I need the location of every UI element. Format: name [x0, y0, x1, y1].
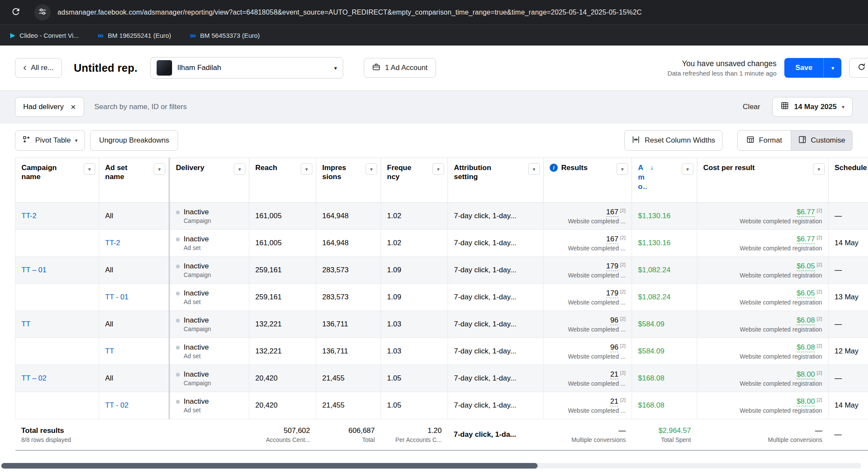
adset-name-link[interactable]: All [105, 266, 113, 274]
bookmark-bm-196255241[interactable]: ∞ BM 196255241 (Euro) [98, 31, 171, 40]
table-row: TT - 01 Inactive Ad set 259,161 283,573 … [15, 284, 868, 311]
cell-amount-spent: $1,130.16 [632, 203, 697, 230]
chevron-down-icon[interactable]: ▾ [813, 163, 825, 175]
results-value[interactable]: 96 [610, 316, 618, 325]
info-icon[interactable]: i [550, 164, 558, 172]
rows-displayed-text: 8/8 rows displayed [21, 436, 93, 443]
cost-per-result-value[interactable]: $6.05 [797, 289, 815, 298]
column-header-ad-set-name[interactable]: Ad set name▾ [99, 158, 169, 203]
column-header-attribution-setting[interactable]: Attribution setting▾ [448, 158, 544, 203]
cost-per-result-value[interactable]: $6.08 [797, 316, 815, 325]
chevron-down-icon[interactable]: ▾ [234, 163, 245, 175]
results-value[interactable]: 179 [606, 289, 618, 298]
ad-account-button[interactable]: 1 Ad Account [364, 58, 436, 78]
amount-spent-value: $1,130.16 [638, 212, 671, 220]
chevron-down-icon[interactable]: ▾ [154, 163, 165, 175]
reset-column-widths-button[interactable]: Reset Column Widths [624, 130, 722, 151]
cell-schedule: 13 May [829, 284, 868, 311]
adset-name-link[interactable]: TT - 01 [105, 293, 128, 301]
format-button[interactable]: Format [737, 130, 791, 151]
cell-impressions: 283,573 [316, 257, 381, 284]
column-header-reach[interactable]: Reach▾ [249, 158, 316, 203]
cell-impressions: 164,948 [316, 230, 381, 257]
amount-spent-value: $168.08 [638, 401, 664, 409]
column-header-delivery[interactable]: Delivery▾ [169, 158, 249, 203]
cell-campaign-name [15, 338, 99, 365]
chevron-down-icon[interactable]: ▾ [617, 163, 628, 175]
campaign-name-link[interactable]: TT – 01 [21, 266, 46, 274]
cost-per-result-value[interactable]: $6.05 [797, 262, 815, 271]
cost-per-result-value[interactable]: $6.08 [797, 343, 815, 352]
cost-per-result-value[interactable]: $8.00 [797, 370, 815, 379]
adset-name-link[interactable]: TT-2 [105, 239, 120, 247]
horizontal-scrollbar[interactable] [1, 463, 861, 469]
campaign-name-link[interactable]: TT – 02 [21, 374, 46, 382]
save-button[interactable]: Save [784, 58, 824, 78]
bookmark-bm-56453373[interactable]: ∞ BM 56453373 (Euro) [190, 31, 260, 40]
cost-per-result-value[interactable]: $6.77 [797, 235, 815, 244]
chevron-down-icon: ▾ [832, 65, 835, 71]
site-settings-button[interactable] [34, 4, 51, 21]
pivot-table-button[interactable]: Pivot Table ▾ [15, 130, 85, 151]
chevron-down-icon[interactable]: ▾ [301, 163, 312, 175]
results-metric-label: Website completed ... [550, 272, 626, 279]
delivery-status: Inactive [184, 208, 209, 216]
report-header: ‹ All re... Untitled rep. Ilham Fadilah … [0, 46, 868, 90]
column-header-campaign-name[interactable]: Campaign name▾ [15, 158, 99, 203]
cell-frequency: 1.09 [381, 257, 448, 284]
cell-adset-name: TT [99, 338, 169, 365]
cell-campaign-name [15, 230, 99, 257]
chevron-down-icon[interactable]: ▾ [528, 163, 540, 175]
adset-name-link[interactable]: All [105, 212, 113, 220]
ungroup-breakdowns-button[interactable]: Ungroup Breakdowns [90, 130, 178, 151]
adset-name-link[interactable]: All [105, 374, 113, 382]
customise-button[interactable]: Customise [791, 130, 853, 151]
cell-delivery: Inactive Campaign [169, 257, 249, 284]
reload-button[interactable] [7, 3, 25, 21]
column-header-frequency[interactable]: Frequency▾ [381, 158, 448, 203]
adset-name-link[interactable]: All [105, 320, 113, 328]
results-value[interactable]: 167 [606, 208, 618, 217]
search-input[interactable] [94, 103, 743, 111]
bookmark-clideo[interactable]: ▶ Clideo - Convert Vi... [10, 31, 79, 39]
cost-per-result-value[interactable]: $8.00 [797, 397, 815, 406]
chevron-down-icon[interactable]: ▾ [366, 163, 377, 175]
column-header-impressions[interactable]: Impressions▾ [316, 158, 381, 203]
results-footnote: [2] [620, 262, 626, 267]
filter-chip-had-delivery[interactable]: Had delivery × [15, 97, 84, 117]
cell-impressions: 21,455 [316, 365, 381, 392]
column-label: Impressions [322, 163, 349, 182]
column-header-schedule[interactable]: Schedule▾ [829, 158, 868, 203]
column-header-results[interactable]: iResults▾ [544, 158, 632, 203]
cell-impressions: 136,711 [316, 311, 381, 338]
results-value[interactable]: 21 [610, 370, 618, 379]
cell-empty [99, 419, 169, 451]
results-value[interactable]: 167 [606, 235, 618, 244]
close-icon[interactable]: × [71, 102, 76, 111]
campaign-name-link[interactable]: TT-2 [21, 212, 36, 220]
cost-per-result-value[interactable]: $6.77 [797, 208, 815, 217]
cell-frequency: 1.02 [381, 230, 448, 257]
column-header-amount-spent[interactable]: Amount spent↓▾ [632, 158, 697, 203]
back-to-all-reports-button[interactable]: ‹ All re... [15, 58, 62, 78]
adset-name-link[interactable]: TT [105, 347, 114, 355]
save-options-caret[interactable]: ▾ [823, 58, 841, 78]
results-value[interactable]: 21 [610, 397, 618, 406]
results-value[interactable]: 179 [606, 262, 618, 271]
column-header-cost-per-result[interactable]: Cost per result▾ [697, 158, 829, 203]
status-dot-icon [176, 346, 180, 350]
refresh-button[interactable]: Refresh [849, 58, 868, 78]
results-value[interactable]: 96 [610, 343, 618, 352]
account-selector[interactable]: Ilham Fadilah ▾ [150, 57, 343, 79]
chevron-down-icon[interactable]: ▾ [84, 163, 95, 175]
address-bar[interactable]: adsmanager.facebook.com/adsmanager/repor… [57, 9, 642, 16]
clear-filters-link[interactable]: Clear [743, 103, 760, 111]
campaign-name-link[interactable]: TT [21, 320, 30, 328]
date-range-picker[interactable]: 14 May 2025 ▾ [772, 97, 853, 117]
briefcase-icon [372, 63, 381, 73]
chevron-down-icon[interactable]: ▾ [682, 163, 693, 175]
report-toolbar: Pivot Table ▾ Ungroup Breakdowns Reset C… [0, 123, 868, 158]
scrollbar-thumb[interactable] [1, 463, 538, 469]
adset-name-link[interactable]: TT - 02 [105, 401, 128, 409]
chevron-down-icon[interactable]: ▾ [432, 163, 444, 175]
